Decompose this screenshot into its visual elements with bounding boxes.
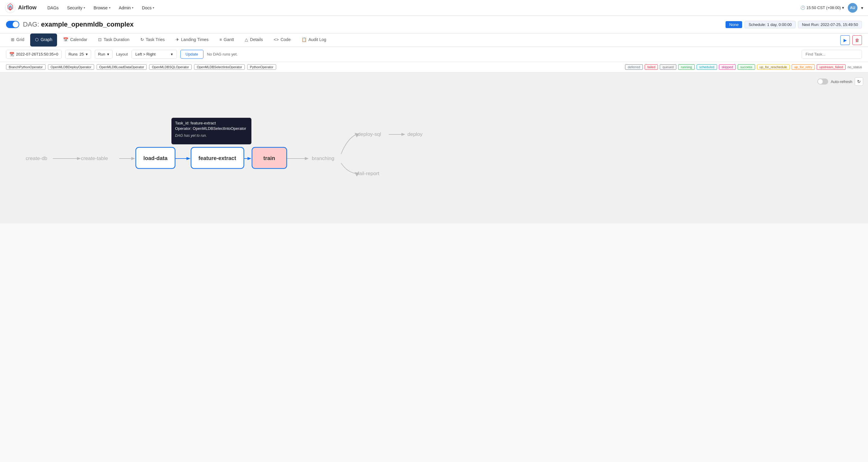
status-scheduled[interactable]: scheduled [696,64,717,70]
tab-task-tries[interactable]: ↻ Task Tries [135,33,169,47]
no-status-text: no_status [847,65,862,69]
layout-value: Left > Right [135,52,156,56]
tab-gantt[interactable]: ≡ Gantt [215,33,239,47]
calendar-icon: 📅 [63,37,68,42]
dag-toggle[interactable] [6,21,19,28]
operator-tag-deploy[interactable]: OpenMLDBDeployOperator [48,64,94,70]
tab-details[interactable]: △ Details [240,33,268,47]
tab-gantt-label: Gantt [224,37,234,42]
arrow-branching-to-deploy-sql [341,134,356,154]
no-runs-text: No DAG runs yet. [207,52,238,56]
time-display: 🕐 15:50 CST (+08:00) ▾ [800,5,844,10]
status-deferred[interactable]: deferred [625,64,643,70]
tab-grid[interactable]: ⊞ Grid [6,33,29,47]
tab-code-label: Code [280,37,290,42]
node-train-label: train [263,155,275,161]
operator-tag-selectinto[interactable]: OpenMLDBSelectIntoOperator [194,64,245,70]
delete-dag-button[interactable]: 🗑 [852,35,862,45]
status-up-for-reschedule[interactable]: up_for_reschedule [757,64,790,70]
details-icon: △ [245,37,248,42]
date-picker[interactable]: 📆 2022-07-26T15:50:35+0 [6,50,62,59]
user-avatar[interactable]: AU [848,3,858,13]
nav-admin[interactable]: Admin ▾ [115,4,137,12]
runs-selector[interactable]: Runs 25 ▾ [65,50,91,59]
nav-docs[interactable]: Docs ▾ [138,4,158,12]
nav-right: 🕐 15:50 CST (+08:00) ▾ AU ▾ [800,3,863,13]
node-branching-text[interactable]: branching [312,155,334,161]
schedule-badge: Schedule: 1 day, 0:00:00 [745,21,796,28]
arrowhead-3 [187,157,190,160]
security-caret-icon: ▾ [84,6,85,9]
find-task-input[interactable] [802,50,862,59]
logo[interactable]: ✈ Airflow [5,2,36,13]
node-create-db-text[interactable]: create-db [26,155,48,161]
user-caret-icon: ▾ [861,5,863,10]
time-caret-icon: ▾ [842,5,844,10]
tab-graph[interactable]: ⬡ Graph [30,33,57,47]
svg-text:✈: ✈ [9,7,11,10]
run-dag-button[interactable]: ▶ [840,35,850,45]
node-create-table-text[interactable]: create-table [81,155,108,161]
runs-label: Runs [68,52,78,56]
tooltip-dag-note: DAG has yet to run. [175,134,207,138]
dag-title: DAG: example_openmldb_complex [23,21,134,28]
dag-meta: None Schedule: 1 day, 0:00:00 Next Run: … [725,21,862,28]
arrowhead-5 [305,157,309,160]
arrowhead-4 [247,157,251,160]
tab-task-tries-label: Task Tries [146,37,165,42]
operator-tag-branchpython[interactable]: BranchPythonOperator [6,64,45,70]
arrowhead-8 [401,133,405,136]
operator-tag-loaddata[interactable]: OpenMLDBLoadDataOperator [97,64,147,70]
update-button[interactable]: Update [181,50,204,59]
top-navigation: ✈ Airflow DAGs Security ▾ Browse ▾ Admin… [0,0,868,16]
graph-canvas: Auto-refresh ↻ create-db create-table [0,73,868,224]
status-queued[interactable]: queued [660,64,676,70]
status-skipped[interactable]: skipped [719,64,736,70]
tab-audit-log[interactable]: 📋 Audit Log [297,33,331,47]
status-up-for-retry[interactable]: up_for_retry [792,64,815,70]
tab-task-duration[interactable]: ⊡ Task Duration [93,33,134,47]
nav-browse[interactable]: Browse ▾ [90,4,114,12]
legend-bar: BranchPythonOperator OpenMLDBDeployOpera… [0,62,868,73]
status-failed[interactable]: failed [645,64,658,70]
layout-selector[interactable]: Left > Right ▾ [132,50,177,59]
tab-landing-times[interactable]: ✈ Landing Times [171,33,213,47]
graph-controls: Auto-refresh ↻ [817,77,863,86]
operator-tag-sql[interactable]: OpenMLDBSQLOperator [149,64,192,70]
node-deploy-sql-text[interactable]: deploy-sql [358,132,381,137]
auto-refresh-label: Auto-refresh [831,79,852,84]
status-upstream-failed[interactable]: upstream_failed [817,64,846,70]
tab-grid-label: Grid [16,37,24,42]
nav-security[interactable]: Security ▾ [63,4,89,12]
dag-title-area: DAG: example_openmldb_complex [6,21,134,28]
logo-text: Airflow [18,4,36,11]
tab-code[interactable]: <> Code [269,33,296,47]
dag-graph-svg: create-db create-table branching deploy-… [6,79,862,205]
refresh-button[interactable]: ↻ [855,77,863,86]
node-fail-report-text[interactable]: fail-report [358,171,379,176]
task-duration-icon: ⊡ [98,37,102,42]
layout-label: Layout [116,52,128,56]
airflow-logo-icon: ✈ [5,2,16,13]
gantt-icon: ≡ [219,37,222,42]
dag-label-text: DAG: [23,21,39,28]
graph-icon: ⬡ [35,37,39,42]
tab-landing-times-label: Landing Times [181,37,209,42]
nav-dags[interactable]: DAGs [44,4,62,12]
status-running[interactable]: running [678,64,695,70]
runs-caret-icon: ▾ [86,52,88,56]
tab-calendar[interactable]: 📅 Calendar [58,33,92,47]
grid-icon: ⊞ [11,37,14,42]
tab-task-duration-label: Task Duration [103,37,129,42]
runs-value: 25 [80,52,84,56]
dag-header: DAG: example_openmldb_complex None Sched… [0,16,868,33]
admin-caret-icon: ▾ [132,6,133,9]
tab-details-label: Details [250,37,263,42]
next-run-badge: Next Run: 2022-07-25, 15:49:50 [798,21,862,28]
operator-tag-python[interactable]: PythonOperator [247,64,276,70]
node-deploy-text[interactable]: deploy [407,132,423,137]
run-selector[interactable]: Run ▾ [95,50,113,59]
layout-caret-icon: ▾ [171,52,173,56]
auto-refresh-toggle[interactable] [817,79,828,85]
status-success[interactable]: success [738,64,755,70]
